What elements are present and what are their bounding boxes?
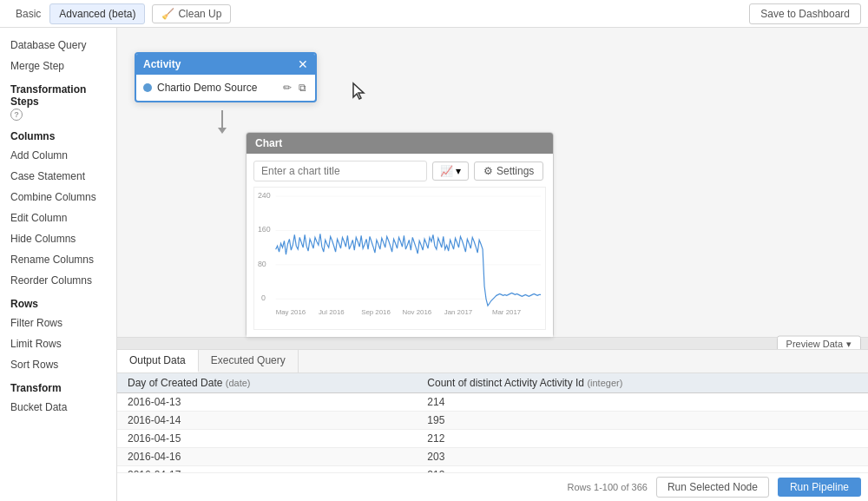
svg-text:0: 0 [261, 293, 266, 302]
svg-text:Sep 2016: Sep 2016 [361, 308, 391, 316]
chart-type-button[interactable]: 📈 ▾ [432, 162, 469, 181]
source-actions: ✏ ⧉ [281, 80, 308, 96]
output-table: Day of Created Date (date) Count of dist… [117, 373, 868, 472]
line-chart-icon: 📈 [440, 165, 453, 177]
count-cell: 212 [417, 430, 868, 448]
gear-icon: ⚙ [483, 165, 493, 177]
chart-header: Chart [247, 133, 553, 154]
count-cell: 214 [417, 393, 868, 412]
pipeline-canvas: Activity ✕ Chartio Demo Source ✏ ⧉ [117, 28, 868, 349]
sidebar-item-rename-columns[interactable]: Rename Columns [0, 249, 116, 270]
activity-node: Activity ✕ Chartio Demo Source ✏ ⧉ [135, 52, 317, 102]
svg-text:80: 80 [258, 260, 266, 268]
source-dot [143, 83, 152, 92]
chart-body: 📈 ▾ ⚙ Settings 240 160 [247, 154, 553, 337]
arrow-head-icon [218, 128, 227, 134]
sidebar-item-bucket-data[interactable]: Bucket Data [0, 397, 116, 418]
sidebar-item-limit-rows[interactable]: Limit Rows [0, 333, 116, 354]
tab-basic[interactable]: Basic [7, 4, 49, 23]
date-cell: 2016-04-16 [117, 448, 417, 466]
sidebar-item-edit-column[interactable]: Edit Column [0, 208, 116, 228]
clean-up-button[interactable]: 🧹 Clean Up [152, 4, 231, 23]
canvas-scrollbar: Preview Data ▾ [117, 337, 868, 349]
chart-svg: 240 160 80 0 May 2016 Jul 2016 [254, 188, 545, 329]
col-count-header: Count of distinct Activity Activity Id (… [417, 373, 868, 393]
preview-data-chevron-icon: ▾ [846, 338, 852, 349]
tab-executed-query[interactable]: Executed Query [199, 350, 299, 372]
sidebar-item-hide-columns[interactable]: Hide Columns [0, 228, 116, 249]
content-area: Activity ✕ Chartio Demo Source ✏ ⧉ [117, 28, 868, 501]
info-icon[interactable]: ? [10, 109, 23, 121]
main-layout: Database Query Merge Step Transformation… [0, 28, 868, 501]
chart-toolbar: 📈 ▾ ⚙ Settings [253, 161, 546, 181]
source-label: Chartio Demo Source [157, 82, 276, 94]
table-row: 2016-04-16203 [117, 448, 868, 466]
chart-title-label: Chart [255, 137, 282, 149]
count-cell: 203 [417, 448, 868, 466]
tab-advanced[interactable]: Advanced (beta) [49, 3, 145, 24]
sidebar-section-columns: Columns [0, 123, 116, 145]
cursor-pointer [352, 82, 369, 102]
output-footer: Rows 1-100 of 366 Run Selected Node Run … [117, 472, 868, 501]
sidebar-item-reorder-columns[interactable]: Reorder Columns [0, 270, 116, 291]
activity-title: Activity [143, 58, 181, 70]
arrow-connector [218, 110, 227, 134]
sidebar-section-rows: Rows [0, 291, 116, 313]
sidebar-item-case-statement[interactable]: Case Statement [0, 166, 116, 187]
broom-icon: 🧹 [161, 8, 174, 20]
sidebar-item-combine-columns[interactable]: Combine Columns [0, 187, 116, 208]
date-cell: 2016-04-13 [117, 393, 417, 412]
output-panel: Output Data Executed Query Day of Create… [117, 349, 868, 501]
svg-text:160: 160 [258, 225, 271, 234]
chart-settings-button[interactable]: ⚙ Settings [474, 162, 543, 181]
run-selected-node-button[interactable]: Run Selected Node [656, 477, 769, 498]
sidebar-item-merge-step[interactable]: Merge Step [0, 56, 116, 76]
chart-node: Chart 📈 ▾ ⚙ Settings [246, 132, 554, 338]
svg-text:Jul 2016: Jul 2016 [319, 308, 345, 316]
activity-body: Chartio Demo Source ✏ ⧉ [136, 75, 315, 101]
sidebar-section-transformation: Transformation Steps? [0, 76, 116, 123]
sidebar-item-database-query[interactable]: Database Query [0, 35, 116, 56]
count-cell: 195 [417, 412, 868, 430]
copy-source-button[interactable]: ⧉ [297, 80, 308, 96]
table-row: 2016-04-17213 [117, 466, 868, 473]
table-row: 2016-04-15212 [117, 430, 868, 448]
activity-header: Activity ✕ [136, 54, 315, 75]
svg-marker-14 [353, 83, 364, 99]
date-cell: 2016-04-14 [117, 412, 417, 430]
svg-text:May 2016: May 2016 [276, 308, 306, 316]
close-icon[interactable]: ✕ [298, 58, 308, 70]
top-bar: Basic Advanced (beta) 🧹 Clean Up Save to… [0, 0, 868, 28]
chart-title-input[interactable] [253, 161, 427, 181]
chart-area: 240 160 80 0 May 2016 Jul 2016 [253, 187, 546, 330]
table-row: 2016-04-14195 [117, 412, 868, 430]
sidebar: Database Query Merge Step Transformation… [0, 28, 117, 501]
chart-type-chevron: ▾ [456, 165, 461, 177]
rows-info: Rows 1-100 of 366 [568, 482, 648, 492]
svg-text:240: 240 [258, 191, 271, 200]
edit-source-button[interactable]: ✏ [281, 80, 293, 96]
date-cell: 2016-04-15 [117, 430, 417, 448]
svg-text:Mar 2017: Mar 2017 [492, 308, 521, 316]
count-cell: 213 [417, 466, 868, 473]
sidebar-item-filter-rows[interactable]: Filter Rows [0, 313, 116, 333]
preview-data-button[interactable]: Preview Data ▾ [777, 335, 861, 349]
date-cell: 2016-04-17 [117, 466, 417, 473]
output-tabs: Output Data Executed Query [117, 350, 868, 373]
tab-output-data[interactable]: Output Data [117, 350, 199, 372]
run-pipeline-button[interactable]: Run Pipeline [778, 478, 861, 497]
sidebar-item-add-column[interactable]: Add Column [0, 145, 116, 166]
col-date-header: Day of Created Date (date) [117, 373, 417, 393]
svg-text:Nov 2016: Nov 2016 [402, 308, 431, 316]
save-dashboard-button[interactable]: Save to Dashboard [749, 3, 861, 24]
connector-line [221, 110, 223, 128]
table-row: 2016-04-13214 [117, 393, 868, 412]
sidebar-section-transform: Transform [0, 375, 116, 397]
svg-text:Jan 2017: Jan 2017 [444, 308, 472, 316]
sidebar-item-sort-rows[interactable]: Sort Rows [0, 354, 116, 375]
